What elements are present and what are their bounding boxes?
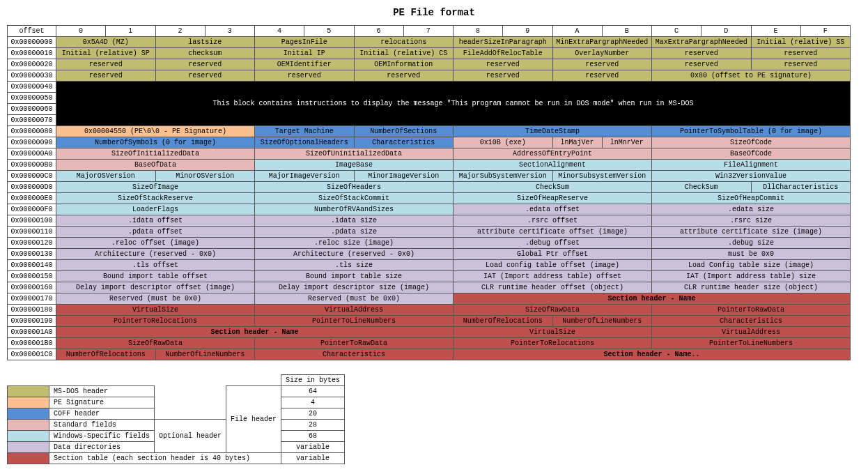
field-cell: LoaderFlags bbox=[56, 204, 255, 215]
field-cell: checksum bbox=[155, 48, 255, 59]
offset-cell: 0x00000010 bbox=[8, 48, 56, 59]
field-cell: SizeOfRawData bbox=[454, 305, 652, 316]
field-cell: MinorSubsystemVersion bbox=[552, 171, 652, 182]
field-cell: CLR runtime header offset (object) bbox=[454, 282, 652, 293]
field-cell: ImageBase bbox=[255, 160, 454, 171]
field-cell: relocations bbox=[354, 37, 454, 48]
field-cell: Reserved (must be 0x0) bbox=[56, 293, 255, 305]
legend-swatch bbox=[8, 397, 49, 408]
header-col: 0 bbox=[56, 26, 106, 37]
header-col: 6 bbox=[354, 26, 403, 37]
offset-cell: 0x000000F0 bbox=[8, 204, 56, 215]
field-cell: PointerToSymbolTable (0 for image) bbox=[652, 126, 851, 137]
legend-label: Section table (each section header is 40… bbox=[49, 453, 281, 464]
field-cell: .debug offset bbox=[454, 238, 652, 249]
field-cell: .idata size bbox=[255, 215, 454, 227]
offset-cell: 0x000000E0 bbox=[8, 193, 56, 204]
field-cell: lnMnrVer bbox=[602, 137, 651, 148]
header-col: C bbox=[652, 26, 702, 37]
offset-cell: 0x00000020 bbox=[8, 59, 56, 70]
field-cell: Characteristics bbox=[354, 137, 454, 148]
offset-cell: 0x000000D0 bbox=[8, 182, 56, 193]
field-cell: reserved bbox=[552, 59, 652, 70]
field-cell: reserved bbox=[56, 59, 156, 70]
field-cell: reserved bbox=[454, 70, 553, 82]
field-cell: Architecture (reserved - 0x0) bbox=[56, 249, 255, 260]
field-cell: SizeOfUninitializedData bbox=[255, 148, 454, 160]
field-cell: SizeOfStackReserve bbox=[56, 193, 255, 204]
field-cell: SizeOfHeapReserve bbox=[454, 193, 652, 204]
field-cell: CheckSum bbox=[454, 182, 652, 193]
offset-cell: 0x00000040 bbox=[8, 82, 56, 93]
field-cell: 0x10B (exe) bbox=[454, 137, 553, 148]
legend-size: 28 bbox=[281, 420, 345, 431]
field-cell: SizeOfStackCommit bbox=[255, 193, 454, 204]
field-cell: lastsize bbox=[155, 37, 255, 48]
field-cell: reserved bbox=[751, 59, 851, 70]
legend-size-header: Size in bytes bbox=[281, 375, 345, 386]
field-cell: reserved bbox=[552, 70, 652, 82]
field-cell: .tls offset bbox=[56, 260, 255, 271]
field-cell: IAT (Import address table) offset bbox=[454, 271, 652, 282]
offset-cell: 0x00000190 bbox=[8, 316, 56, 327]
field-cell: Section header - Name bbox=[454, 293, 851, 305]
field-cell: PointerToRawData bbox=[652, 305, 851, 316]
field-cell: attribute certificate size (image) bbox=[652, 227, 851, 238]
pe-format-table: offset0123456789ABCDEF0x000000000x5A4D (… bbox=[7, 25, 851, 360]
legend-swatch bbox=[8, 442, 49, 453]
field-cell: reserved bbox=[652, 59, 752, 70]
field-cell: Reserved (must be 0x0) bbox=[255, 293, 454, 305]
field-cell: Global Ptr offset bbox=[454, 249, 652, 260]
field-cell: BaseOfCode bbox=[652, 148, 851, 160]
legend-swatch bbox=[8, 408, 49, 420]
field-cell: OEMIdentifier bbox=[255, 59, 355, 70]
field-cell: MajorImageVersion bbox=[255, 171, 355, 182]
field-cell: SizeOfImage bbox=[56, 182, 255, 193]
field-cell: reserved bbox=[751, 48, 851, 59]
header-col: 5 bbox=[304, 26, 354, 37]
legend-size: variable bbox=[281, 442, 345, 453]
field-cell: PointerToRelocations bbox=[454, 338, 652, 349]
field-cell: Target Machine bbox=[255, 126, 355, 137]
offset-cell: 0x00000030 bbox=[8, 70, 56, 82]
offset-cell: 0x00000170 bbox=[8, 293, 56, 305]
legend-label: Standard fields bbox=[49, 420, 155, 431]
field-cell: NumberOfLineNumbers bbox=[552, 316, 652, 327]
offset-cell: 0x00000160 bbox=[8, 282, 56, 293]
field-cell: PointerToLineNumbers bbox=[255, 316, 454, 327]
field-cell: Initial IP bbox=[255, 48, 355, 59]
field-cell: Delay import descriptor size (image) bbox=[255, 282, 454, 293]
legend-table: Size in bytesMS-DOS headerFile header64P… bbox=[7, 374, 345, 464]
field-cell: OverlayNumber bbox=[552, 48, 652, 59]
field-cell: MajorOSVersion bbox=[56, 171, 156, 182]
field-cell: SizeOfHeapCommit bbox=[652, 193, 851, 204]
offset-cell: 0x00000180 bbox=[8, 305, 56, 316]
offset-cell: 0x00000070 bbox=[8, 115, 56, 126]
field-cell: 0x80 (offset to PE signature) bbox=[652, 70, 851, 82]
field-cell: SizeOfOptionalHeaders bbox=[255, 137, 355, 148]
field-cell: PointerToLineNumbers bbox=[652, 338, 851, 349]
field-cell: CLR runtime header size (object) bbox=[652, 282, 851, 293]
field-cell: reserved bbox=[454, 59, 553, 70]
field-cell: Characteristics bbox=[255, 349, 454, 360]
dos-stub-message: This block contains instructions to disp… bbox=[56, 82, 851, 126]
field-cell: reserved bbox=[155, 59, 255, 70]
field-cell: must be 0x0 bbox=[652, 249, 851, 260]
field-cell: MajorSubSystemVersion bbox=[454, 171, 553, 182]
offset-cell: 0x000001C0 bbox=[8, 349, 56, 360]
field-cell: lnMajVer bbox=[552, 137, 602, 148]
field-cell: VirtualSize bbox=[454, 327, 652, 338]
field-cell: VirtualAddress bbox=[255, 305, 454, 316]
field-cell: PointerToRawData bbox=[255, 338, 454, 349]
header-col: 4 bbox=[255, 26, 304, 37]
field-cell: SizeOfHeaders bbox=[255, 182, 454, 193]
field-cell: OEMInformation bbox=[354, 59, 454, 70]
field-cell: .pdata offset bbox=[56, 227, 255, 238]
field-cell: Bound import table size bbox=[255, 271, 454, 282]
offset-cell: 0x00000060 bbox=[8, 104, 56, 115]
field-cell: Load config table offset (image) bbox=[454, 260, 652, 271]
field-cell: reserved bbox=[354, 70, 454, 82]
field-cell: NumberOfSymbols (0 for image) bbox=[56, 137, 255, 148]
offset-cell: 0x00000080 bbox=[8, 126, 56, 137]
field-cell: Initial (relative) CS bbox=[354, 48, 454, 59]
